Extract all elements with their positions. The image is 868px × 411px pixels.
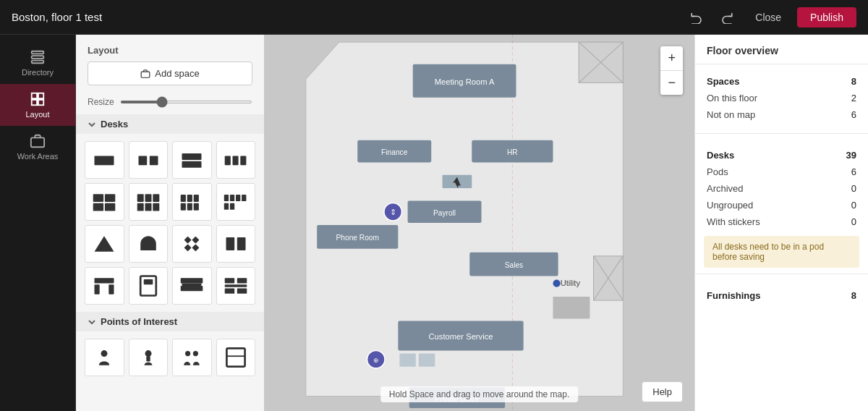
svg-rect-11 <box>150 156 158 166</box>
svg-rect-10 <box>138 156 147 166</box>
poi-items-grid <box>76 331 264 384</box>
svg-rect-47 <box>109 284 114 295</box>
svg-rect-94 <box>399 353 415 366</box>
archived-row: Archived 0 <box>707 180 856 197</box>
publish-button[interactable]: Publish <box>797 7 856 27</box>
desks-section-header[interactable]: Desks <box>76 114 264 134</box>
svg-rect-27 <box>181 195 186 202</box>
svg-rect-53 <box>224 278 234 283</box>
poi-item-4[interactable] <box>216 339 256 376</box>
poi-item-3[interactable] <box>172 339 212 376</box>
sidebar-item-layout[interactable]: Layout <box>0 84 75 126</box>
desk-item-15[interactable] <box>172 267 212 305</box>
sidebar-work-areas-label: Work Areas <box>17 152 59 161</box>
svg-rect-44 <box>237 237 246 250</box>
poi-item-2[interactable] <box>129 339 169 376</box>
furnishings-title: Furnishings 8 <box>707 284 856 304</box>
svg-text:HR: HR <box>507 148 518 156</box>
poi-label: Points of Interest <box>101 316 177 327</box>
topbar-actions: Close Publish <box>684 7 856 27</box>
sidebar-item-directory[interactable]: Directory <box>0 42 75 84</box>
desk-item-14[interactable] <box>129 267 169 305</box>
svg-rect-37 <box>224 203 229 210</box>
close-button[interactable]: Close <box>745 7 791 27</box>
map-area[interactable]: Meeting Room A Finance HR Payroll Phone … <box>264 35 694 411</box>
svg-rect-51 <box>182 283 202 286</box>
svg-point-88 <box>553 280 560 287</box>
svg-rect-26 <box>153 203 159 211</box>
svg-rect-29 <box>194 195 199 202</box>
svg-rect-16 <box>240 156 246 166</box>
svg-rect-28 <box>187 195 192 202</box>
svg-rect-40 <box>184 244 192 251</box>
svg-point-58 <box>101 350 108 357</box>
svg-rect-24 <box>137 203 143 211</box>
svg-rect-23 <box>153 194 159 202</box>
svg-rect-46 <box>95 284 100 295</box>
desk-item-11[interactable] <box>172 225 212 263</box>
floor-overview-header: Floor overview <box>695 35 868 64</box>
svg-rect-33 <box>224 195 229 201</box>
layout-panel: Layout Add space Resize Desks <box>76 35 264 411</box>
desk-item-8[interactable] <box>216 183 256 221</box>
desk-item-3[interactable] <box>172 141 212 179</box>
svg-rect-3 <box>32 93 37 98</box>
svg-text:Utility: Utility <box>561 279 581 287</box>
svg-rect-32 <box>194 203 199 211</box>
svg-rect-19 <box>93 203 103 211</box>
desk-item-16[interactable] <box>216 267 256 305</box>
zoom-controls: + − <box>660 46 683 95</box>
svg-rect-36 <box>242 195 246 201</box>
ungrouped-row: Ungrouped 0 <box>707 197 856 213</box>
desk-items-grid <box>76 134 264 312</box>
sidebar-item-work-areas[interactable]: Work Areas <box>0 126 75 168</box>
svg-rect-25 <box>145 203 151 211</box>
pods-row: Pods 6 <box>707 164 856 180</box>
svg-text:Customer Service: Customer Service <box>428 332 493 341</box>
desk-item-1[interactable] <box>85 141 124 179</box>
hint-text: Hold Space and drag to move around the m… <box>389 389 570 399</box>
svg-rect-57 <box>237 289 247 294</box>
furnishings-section: Furnishings 8 <box>695 279 868 310</box>
svg-text:Phone Room: Phone Room <box>336 234 379 242</box>
with-stickers-row: With stickers 0 <box>707 213 856 230</box>
undo-button[interactable] <box>684 8 709 27</box>
resize-slider[interactable] <box>120 101 252 103</box>
desk-item-9[interactable] <box>85 225 124 263</box>
svg-rect-43 <box>226 237 234 250</box>
right-panel: Floor overview Spaces 8 On this floor 2 … <box>694 35 868 411</box>
svg-rect-54 <box>237 278 247 283</box>
svg-rect-1 <box>32 56 44 59</box>
svg-rect-52 <box>181 286 203 291</box>
svg-rect-89 <box>553 297 590 319</box>
desks-label: Desks <box>101 119 128 130</box>
poi-item-1[interactable] <box>85 339 124 376</box>
spaces-section: Spaces 8 On this floor 2 Not on map 6 <box>695 64 868 129</box>
resize-control: Resize <box>76 94 264 114</box>
zoom-in-button[interactable]: + <box>660 46 683 71</box>
sidebar-directory-label: Directory <box>22 68 54 77</box>
poi-section-header[interactable]: Points of Interest <box>76 312 264 331</box>
resize-label: Resize <box>88 97 114 107</box>
add-space-button[interactable]: Add space <box>88 62 252 85</box>
page-title: Boston, floor 1 test <box>12 11 676 23</box>
zoom-out-button[interactable]: − <box>660 71 683 95</box>
desk-item-4[interactable] <box>216 141 256 179</box>
desk-item-6[interactable] <box>129 183 169 221</box>
svg-rect-4 <box>38 93 43 98</box>
svg-rect-38 <box>230 203 234 210</box>
desk-item-12[interactable] <box>216 225 256 263</box>
divider-2 <box>695 274 868 274</box>
svg-rect-12 <box>182 153 202 160</box>
desk-item-5[interactable] <box>85 183 124 221</box>
desk-item-10[interactable] <box>129 225 169 263</box>
desk-item-13[interactable] <box>85 267 124 305</box>
svg-rect-56 <box>224 289 234 294</box>
desk-item-7[interactable] <box>172 183 212 221</box>
svg-rect-20 <box>105 203 115 211</box>
chevron-down-icon-2 <box>88 318 96 326</box>
help-button[interactable]: Help <box>642 381 683 402</box>
redo-button[interactable] <box>715 8 739 27</box>
desk-item-2[interactable] <box>129 141 169 179</box>
panel-header: Layout <box>76 35 264 62</box>
